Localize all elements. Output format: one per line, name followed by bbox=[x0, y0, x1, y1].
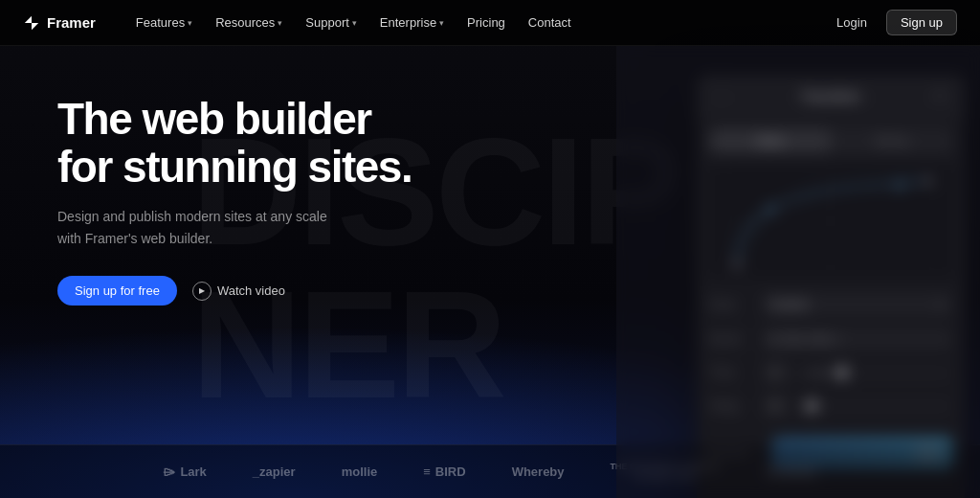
hero-section: The web builder for stunning sites. Desi… bbox=[0, 46, 697, 498]
login-button[interactable]: Login bbox=[825, 11, 879, 34]
hero-actions: Sign up for free ▶ Watch video bbox=[57, 276, 651, 306]
panel-background-blur bbox=[616, 46, 980, 498]
nav-actions: Login Sign up bbox=[825, 10, 957, 35]
nav-links: Features ▾ Resources ▾ Support ▾ Enterpr… bbox=[126, 10, 825, 35]
hero-title: The web builder for stunning sites. bbox=[57, 96, 651, 191]
play-icon: ▶ bbox=[192, 282, 212, 301]
signup-button[interactable]: Sign up bbox=[886, 10, 957, 35]
nav-features[interactable]: Features ▾ bbox=[126, 10, 202, 35]
nav-support[interactable]: Support ▾ bbox=[296, 10, 367, 35]
bird-icon: ≡ bbox=[423, 464, 431, 479]
framer-logo-icon bbox=[23, 14, 40, 32]
logo-whereby: Whereby bbox=[512, 464, 565, 479]
chevron-down-icon: ▾ bbox=[439, 18, 444, 28]
chevron-down-icon: ▾ bbox=[278, 18, 282, 28]
logo-lark: ⌲ Lark bbox=[163, 464, 206, 479]
logo-bird: ≡ BIRD bbox=[423, 464, 465, 479]
nav-pricing[interactable]: Pricing bbox=[457, 10, 515, 35]
watch-video-button[interactable]: ▶ Watch video bbox=[192, 282, 285, 301]
chevron-down-icon: ▾ bbox=[188, 18, 192, 28]
logo-zapier: _zapier bbox=[253, 464, 296, 479]
nav-contact[interactable]: Contact bbox=[519, 10, 581, 35]
main-nav: Framer Features ▾ Resources ▾ Support ▾ … bbox=[0, 0, 980, 46]
nav-logo[interactable]: Framer bbox=[23, 14, 96, 32]
signup-cta-button[interactable]: Sign up for free bbox=[57, 276, 177, 306]
chevron-down-icon: ▾ bbox=[352, 18, 357, 28]
lark-icon: ⌲ bbox=[163, 464, 175, 479]
logo-text: Framer bbox=[47, 14, 96, 31]
hero-subtitle: Design and publish modern sites at any s… bbox=[57, 206, 345, 249]
logo-mollie: mollie bbox=[342, 464, 378, 479]
nav-resources[interactable]: Resources ▾ bbox=[206, 10, 292, 35]
nav-enterprise[interactable]: Enterprise ▾ bbox=[370, 10, 454, 35]
